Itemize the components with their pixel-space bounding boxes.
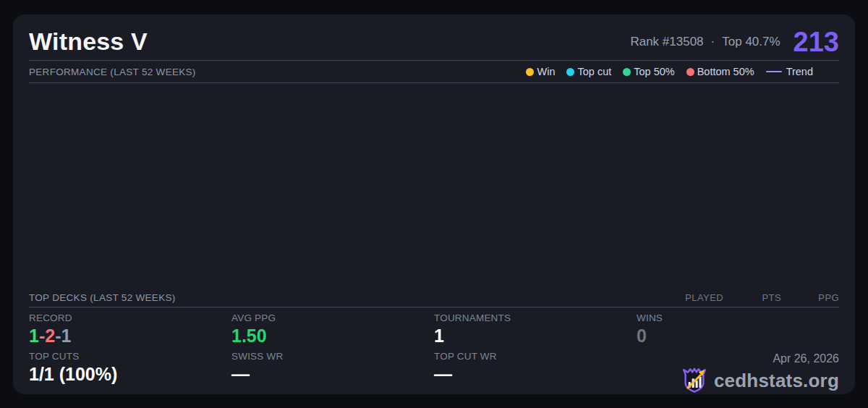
bottom-50-dot-icon (686, 68, 694, 76)
legend-label: Bottom 50% (697, 66, 754, 77)
card-date: Apr 26, 2026 (637, 352, 839, 365)
win-dot-icon (526, 68, 534, 76)
stat-top-cuts: TOP CUTS 1/1 (100%) (29, 351, 231, 394)
cedhstats-logo-icon (681, 367, 708, 394)
stat-top-cut-wr: TOP CUT WR — (434, 351, 637, 394)
stat-label: SWISS WR (231, 351, 434, 362)
stat-label: TOURNAMENTS (434, 313, 637, 323)
column-header-played: PLAYED (665, 292, 723, 303)
stat-tournaments: TOURNAMENTS 1 (434, 313, 637, 350)
top-percent-label: Top 40.7% (722, 35, 780, 49)
stat-label: WINS (637, 313, 839, 323)
stat-wins: WINS 0 (637, 313, 839, 350)
footer-branding-cell: Apr 26, 2026 cedhstats.org (637, 351, 839, 394)
stat-swiss-wr: SWISS WR — (231, 351, 434, 394)
chart-legend: Win Top cut Top 50% Bottom 50% Trend (526, 66, 839, 77)
legend-item-top-50[interactable]: Top 50% (623, 66, 674, 77)
dot-separator: · (711, 35, 715, 49)
trend-line-icon (766, 71, 782, 73)
stat-label: RECORD (29, 313, 231, 323)
player-stats-card: Witness V Rank #13508 · Top 40.7% 213 PE… (13, 14, 855, 394)
stat-label: TOP CUTS (29, 351, 231, 362)
top-decks-columns: PLAYED PTS PPG (665, 292, 839, 303)
legend-label: Top 50% (634, 66, 674, 77)
swiss-wr-value: — (231, 364, 434, 385)
top-cut-wr-value: — (434, 364, 637, 385)
top-decks-section-label: TOP DECKS (LAST 52 WEEKS) (29, 292, 176, 303)
page-title: Witness V (29, 27, 148, 56)
stat-label: TOP CUT WR (434, 351, 637, 362)
rank-label: Rank #13508 (630, 35, 703, 49)
record-value: 1-2-1 (29, 326, 231, 347)
tournaments-value: 1 (434, 326, 637, 347)
performance-section-label: PERFORMANCE (LAST 52 WEEKS) (29, 67, 196, 77)
brand-name: cedhstats.org (714, 370, 839, 392)
stat-avg-ppg: AVG PPG 1.50 (231, 313, 434, 350)
card-header: Witness V Rank #13508 · Top 40.7% 213 (29, 14, 839, 61)
legend-item-top-cut[interactable]: Top cut (566, 66, 611, 77)
legend-label: Top cut (577, 66, 611, 77)
brand-link[interactable]: cedhstats.org (637, 367, 839, 394)
stat-label: AVG PPG (231, 313, 434, 323)
score-badge: 213 (793, 28, 839, 56)
legend-label: Trend (786, 66, 813, 77)
performance-chart (29, 83, 839, 289)
legend-item-win[interactable]: Win (526, 66, 555, 77)
stat-record: RECORD 1-2-1 (29, 313, 231, 350)
rank-summary: Rank #13508 · Top 40.7% (630, 35, 780, 49)
legend-label: Win (537, 66, 555, 77)
legend-item-trend[interactable]: Trend (766, 66, 813, 77)
wins-value: 0 (637, 326, 839, 347)
performance-header-row: PERFORMANCE (LAST 52 WEEKS) Win Top cut … (29, 61, 839, 83)
column-header-ppg: PPG (781, 292, 839, 303)
column-header-pts: PTS (723, 292, 781, 303)
record-losses: -2 (39, 326, 55, 346)
top-50-dot-icon (623, 68, 631, 76)
stats-grid: RECORD 1-2-1 AVG PPG 1.50 TOURNAMENTS 1 … (29, 307, 839, 394)
top-cut-dot-icon (566, 68, 574, 76)
avg-ppg-value: 1.50 (231, 326, 434, 347)
header-right: Rank #13508 · Top 40.7% 213 (630, 28, 839, 56)
record-draws: -1 (55, 326, 71, 346)
record-wins: 1 (29, 326, 39, 346)
top-decks-header-row: TOP DECKS (LAST 52 WEEKS) PLAYED PTS PPG (29, 289, 839, 307)
legend-item-bottom-50[interactable]: Bottom 50% (686, 66, 754, 77)
top-cuts-value: 1/1 (100%) (29, 364, 231, 385)
